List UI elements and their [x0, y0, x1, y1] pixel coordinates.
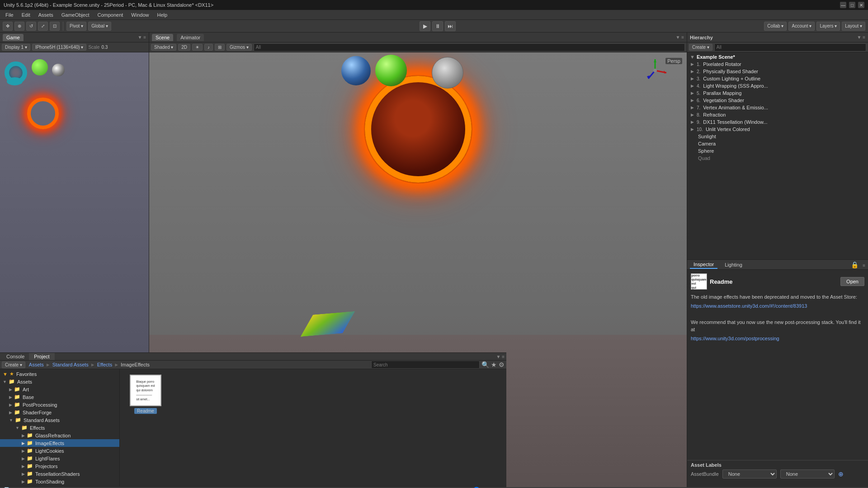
- tree-postprocessing[interactable]: ▶ 📁 PostProcessing: [0, 401, 119, 408]
- transform-move[interactable]: ⊕: [14, 22, 24, 31]
- tree-art[interactable]: ▶ 📁 Art: [0, 385, 119, 393]
- tree-projectors[interactable]: ▶ 📁 Projectors: [0, 462, 119, 470]
- global-dropdown[interactable]: Global▾: [88, 22, 111, 31]
- hier-item-sunlight[interactable]: Sunlight: [687, 133, 868, 140]
- project-search-input[interactable]: [371, 361, 480, 369]
- tree-glassrefraction[interactable]: ▶ 📁 GlassRefraction: [0, 432, 119, 439]
- lighting-toggle[interactable]: ☀: [192, 44, 203, 51]
- lock-icon[interactable]: 🔒: [851, 261, 859, 268]
- base-folder-icon: 📁: [14, 394, 20, 400]
- assets-arrow: ▼: [3, 380, 7, 384]
- lightflares-label: LightFlares: [35, 456, 60, 461]
- tab-inspector[interactable]: Inspector: [690, 261, 717, 269]
- inspector-panel: Inspector Lighting 🔒 ≡ Blaque porro quis…: [687, 260, 868, 487]
- hier-create-btn[interactable]: Create ▾: [689, 44, 712, 51]
- star-icon[interactable]: ★: [491, 361, 497, 368]
- crumb-imageeffects[interactable]: ImageEffects: [121, 362, 150, 367]
- tree-toonshading[interactable]: ▶ 📁 ToonShading: [0, 478, 119, 485]
- tree-imageeffects[interactable]: ▶ 📁 ImageEffects: [0, 439, 119, 447]
- file-readme[interactable]: Blaque porro quisquam est qui dolorem ——…: [125, 375, 166, 414]
- layout-button[interactable]: Layout ▾: [842, 22, 865, 31]
- tab-project[interactable]: Project: [29, 353, 54, 360]
- menu-file[interactable]: File: [2, 11, 17, 19]
- hier-item-camera[interactable]: Camera: [687, 140, 868, 147]
- project-create-btn[interactable]: Create ▾: [2, 361, 25, 368]
- transform-hand[interactable]: ✥: [3, 22, 13, 31]
- crumb-assets[interactable]: Assets: [29, 362, 44, 367]
- readme-link-1[interactable]: https://www.assetstore.unity3d.com/#!/co…: [691, 302, 864, 310]
- tree-lightcookies[interactable]: ▶ 📁 LightCookies: [0, 447, 119, 455]
- step-button[interactable]: ⏭: [445, 21, 456, 31]
- scene-toolbar: Shaded ▾ 2D ☀ ♪ ⊞ Gizmos ▾: [149, 42, 687, 52]
- menu-gameobject[interactable]: GameObject: [58, 11, 93, 19]
- hier-item-sphere[interactable]: Sphere: [687, 147, 868, 155]
- hier-item-5[interactable]: ▶ 5. Parallax Mapping: [687, 89, 868, 97]
- audio-toggle[interactable]: ♪: [204, 44, 213, 51]
- hier-item-9[interactable]: ▶ 9. DX11 Tessellation (Window...: [687, 118, 868, 126]
- scene-search[interactable]: [254, 43, 685, 52]
- search-icon[interactable]: 🔍: [481, 361, 489, 368]
- hier-item-8[interactable]: ▶ 8. Refraction: [687, 111, 868, 118]
- readme-link-2[interactable]: https://www.unity3d.com/postprocessing: [691, 335, 864, 343]
- crumb-standard-assets[interactable]: Standard Assets: [52, 362, 89, 367]
- assetbundle-icon[interactable]: ⊕: [838, 470, 844, 478]
- menu-assets[interactable]: Assets: [35, 11, 57, 19]
- resolution-dropdown[interactable]: IPhone5H (1136×640) ▾: [32, 44, 86, 51]
- play-button[interactable]: ▶: [420, 21, 430, 31]
- effects-toggle[interactable]: ⊞: [215, 44, 225, 51]
- hier-item-7[interactable]: ▶ 7. Vertex Animation & Emissio...: [687, 104, 868, 111]
- tree-effects[interactable]: ▼ 📁 Effects: [0, 424, 119, 432]
- assetbundle-dropdown-2[interactable]: None: [780, 469, 835, 479]
- minimize-button[interactable]: —: [840, 2, 846, 8]
- hierarchy-content: ▼ Example Scene* ▶ 1. Pixelated Rotator …: [687, 52, 868, 259]
- sep-1: [63, 22, 63, 31]
- open-button[interactable]: Open: [840, 277, 864, 286]
- tree-lightflares[interactable]: ▶ 📁 LightFlares: [0, 455, 119, 462]
- menu-edit[interactable]: Edit: [18, 11, 34, 19]
- hier-item-3[interactable]: ▶ 3. Custom Lighting + Outline: [687, 75, 868, 82]
- tree-standard-assets[interactable]: ▼ 📁 Standard Assets: [0, 416, 119, 424]
- 2d-button[interactable]: 2D: [178, 44, 190, 51]
- transform-rect[interactable]: ⊡: [50, 22, 60, 31]
- scene-root[interactable]: ▼ Example Scene*: [687, 53, 868, 61]
- hier-item-4[interactable]: ▶ 4. Light Wrapping (SSS Appro...: [687, 82, 868, 89]
- tree-assets[interactable]: ▼ 📁 Assets: [0, 378, 119, 385]
- tab-animator[interactable]: Animator: [177, 34, 204, 41]
- menu-window[interactable]: Window: [127, 11, 152, 19]
- hier-item-1[interactable]: ▶ 1. Pixelated Rotator: [687, 61, 868, 68]
- display-dropdown[interactable]: Display 1 ▾: [2, 44, 30, 51]
- tree-base[interactable]: ▶ 📁 Base: [0, 393, 119, 401]
- pause-button[interactable]: ⏸: [432, 21, 443, 31]
- gizmos-dropdown[interactable]: Gizmos ▾: [226, 44, 252, 51]
- pivot-dropdown[interactable]: Pivot▾: [66, 22, 86, 31]
- game-panel-header: Game ▼ ≡: [0, 33, 149, 42]
- tab-scene[interactable]: Scene: [152, 34, 173, 41]
- shading-dropdown[interactable]: Shaded ▾: [151, 44, 176, 51]
- tab-console[interactable]: Console: [2, 353, 29, 360]
- config-icon[interactable]: ⚙: [499, 361, 505, 368]
- layers-button[interactable]: Layers ▾: [816, 22, 840, 31]
- playback-controls: ▶ ⏸ ⏭: [113, 21, 762, 31]
- account-button[interactable]: Account ▾: [788, 22, 815, 31]
- tab-game[interactable]: Game: [3, 34, 24, 41]
- crumb-effects[interactable]: Effects: [97, 362, 112, 367]
- tree-favorites[interactable]: ▼ ★ Favorites: [0, 370, 119, 378]
- tab-lighting[interactable]: Lighting: [721, 261, 746, 268]
- tree-shaderforge[interactable]: ▶ 📁 ShaderForge: [0, 408, 119, 416]
- menubar: File Edit Assets GameObject Component Wi…: [0, 10, 868, 20]
- collab-button[interactable]: Collab ▾: [764, 22, 787, 31]
- close-button[interactable]: ✕: [858, 2, 864, 8]
- transform-rotate[interactable]: ↺: [26, 22, 36, 31]
- menu-help[interactable]: Help: [153, 11, 171, 19]
- assetbundle-dropdown-1[interactable]: None: [722, 469, 777, 479]
- hier-search[interactable]: [714, 43, 866, 52]
- hier-item-10[interactable]: ▶ 10. Unlit Vertex Colored: [687, 126, 868, 133]
- hier-item-quad[interactable]: Quad: [687, 155, 868, 162]
- window-controls[interactable]: — □ ✕: [840, 2, 864, 8]
- menu-component[interactable]: Component: [94, 11, 127, 19]
- tree-tessellationshaders[interactable]: ▶ 📁 TessellationShaders: [0, 470, 119, 478]
- hier-item-6[interactable]: ▶ 6. Vegetation Shader: [687, 97, 868, 104]
- maximize-button[interactable]: □: [849, 2, 855, 8]
- transform-scale[interactable]: ⤢: [38, 22, 48, 31]
- hier-item-2[interactable]: ▶ 2. Physically Based Shader: [687, 68, 868, 75]
